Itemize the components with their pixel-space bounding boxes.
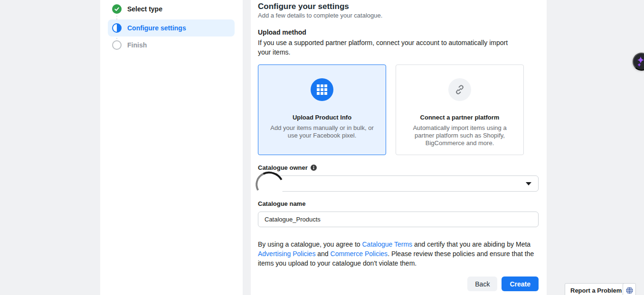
redacted-owner-avatar: [259, 189, 281, 196]
language-globe-button[interactable]: [623, 283, 636, 295]
create-button[interactable]: Create: [502, 277, 539, 291]
card-title: Connect a partner platform: [420, 114, 500, 121]
step-label: Finish: [127, 41, 147, 49]
step-select-type[interactable]: Select type: [112, 4, 162, 14]
legal-text: By using a catalogue, you agree to Catal…: [258, 240, 540, 268]
advertising-policies-link[interactable]: Advertising Policies: [258, 250, 315, 258]
page-subtitle: Add a few details to complete your catal…: [258, 12, 382, 19]
catalogue-name-input[interactable]: [258, 212, 539, 227]
step-in-progress-icon: [112, 23, 122, 33]
step-label: Configure settings: [127, 24, 186, 32]
card-description: Automatically import items using a partn…: [403, 124, 516, 147]
chevron-down-icon: [526, 182, 531, 185]
create-catalogue-wizard: { "colors": { "accent_blue": "#1877f2", …: [0, 0, 644, 295]
card-title: Upload Product Info: [293, 114, 351, 121]
sparkle-icon: [635, 55, 644, 69]
commerce-policies-link[interactable]: Commerce Policies: [331, 250, 388, 258]
page-title: Configure your settings: [258, 2, 349, 11]
step-configure-settings[interactable]: Configure settings: [108, 19, 235, 37]
upload-product-info-card[interactable]: Upload Product Info Add your items manua…: [258, 65, 386, 155]
wizard-sidebar: Select type Configure settings Finish: [100, 0, 243, 295]
catalogue-owner-select[interactable]: [258, 175, 539, 192]
connect-partner-platform-card[interactable]: Connect a partner platform Automatically…: [396, 65, 524, 155]
link-icon: [448, 78, 471, 101]
info-icon[interactable]: [311, 165, 317, 171]
legal-text-part: and: [315, 250, 330, 258]
catalogue-owner-label: Catalogue owner: [258, 164, 317, 171]
upload-method-description: If you use a supported partner platform,…: [258, 38, 520, 57]
catalogue-terms-link[interactable]: Catalogue Terms: [362, 240, 412, 248]
back-button[interactable]: Back: [467, 277, 497, 291]
grid-icon: [311, 78, 333, 101]
meta-ai-button[interactable]: [633, 53, 644, 71]
legal-text-part: By using a catalogue, you agree to: [258, 240, 362, 248]
step-label: Select type: [127, 5, 162, 13]
step-complete-check-icon: [112, 4, 122, 14]
catalogue-name-label: Catalogue name: [258, 200, 305, 207]
catalogue-name-label-text: Catalogue name: [258, 200, 305, 207]
legal-text-part: and certify that you are abiding by Meta: [412, 240, 530, 248]
upload-method-options: Upload Product Info Add your items manua…: [258, 65, 524, 155]
configure-settings-panel: Configure your settings Add a few detail…: [251, 0, 547, 295]
globe-icon: [625, 286, 634, 295]
footer-actions: Back Create: [258, 277, 539, 291]
step-upcoming-icon: [112, 40, 122, 50]
upload-method-label: Upload method: [258, 28, 306, 36]
redacted-owner-avatar: [252, 168, 287, 202]
catalogue-owner-label-text: Catalogue owner: [258, 164, 308, 171]
step-finish[interactable]: Finish: [112, 40, 147, 50]
report-a-problem-button[interactable]: Report a Problem: [565, 283, 627, 295]
card-description: Add your items manually or in bulk, or u…: [265, 124, 379, 139]
